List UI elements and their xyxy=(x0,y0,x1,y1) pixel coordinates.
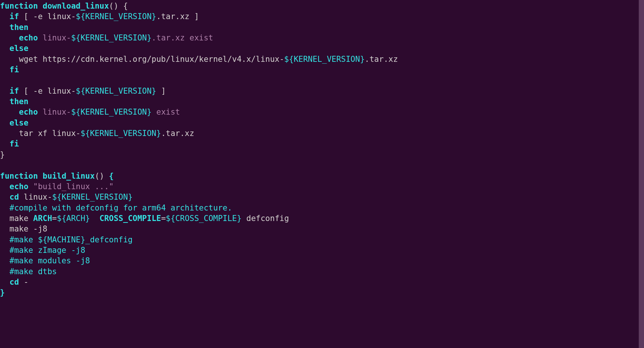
code-line[interactable]: #make dtbs xyxy=(0,266,644,277)
code-line[interactable]: fi xyxy=(0,64,644,75)
code-line[interactable]: } xyxy=(0,287,644,298)
code-token: else xyxy=(9,118,28,127)
code-token: { xyxy=(109,172,114,181)
code-token xyxy=(0,193,9,202)
code-token: () xyxy=(95,172,109,181)
code-line[interactable]: echo linux-${KERNEL_VERSION} exist xyxy=(0,107,644,117)
code-line[interactable]: #make zImage -j8 xyxy=(0,245,644,255)
code-line[interactable]: #compile with defconfig for arm64 archit… xyxy=(0,203,644,213)
code-token: #make modules -j8 xyxy=(9,256,90,265)
code-token: then xyxy=(9,97,28,106)
code-token: .tar.xz xyxy=(161,129,194,138)
code-token xyxy=(0,139,9,148)
code-token xyxy=(0,23,9,32)
code-line[interactable]: } xyxy=(0,149,644,160)
code-token xyxy=(0,76,5,85)
code-token xyxy=(0,161,5,170)
code-line[interactable]: then xyxy=(0,96,644,107)
code-token: = xyxy=(52,214,57,223)
code-line[interactable]: if [ -e linux-${KERNEL_VERSION}.tar.xz ] xyxy=(0,11,644,22)
code-line[interactable]: cd linux-${KERNEL_VERSION} xyxy=(0,192,644,202)
code-token: } xyxy=(0,288,5,297)
code-token: ${KERNEL_VERSION} xyxy=(284,55,365,64)
code-line[interactable]: if [ -e linux-${KERNEL_VERSION} ] xyxy=(0,86,644,96)
code-token: cd xyxy=(9,278,19,287)
code-editor[interactable]: function download_linux() { if [ -e linu… xyxy=(0,0,644,298)
code-line[interactable]: #make ${MACHINE}_defconfig xyxy=(0,234,644,245)
code-line[interactable]: then xyxy=(0,22,644,33)
code-token xyxy=(0,118,9,127)
code-token xyxy=(38,1,43,10)
code-token: if xyxy=(9,87,19,96)
code-line[interactable]: else xyxy=(0,118,644,128)
code-token xyxy=(90,214,99,223)
code-token: make xyxy=(0,214,33,223)
code-token: ${KERNEL_VERSION} xyxy=(52,193,133,202)
code-line[interactable]: wget https://cdn.kernel.org/pub/linux/ke… xyxy=(0,54,644,64)
vertical-scrollbar[interactable] xyxy=(639,0,644,298)
code-line[interactable]: make ARCH=${ARCH} CROSS_COMPILE=${CROSS_… xyxy=(0,213,644,224)
code-token: () { xyxy=(109,1,128,10)
code-line[interactable]: cd - xyxy=(0,277,644,287)
code-token: tar xf linux- xyxy=(0,129,81,138)
code-token xyxy=(0,235,9,244)
code-token: #make zImage -j8 xyxy=(9,246,85,255)
code-token: ${KERNEL_VERSION} xyxy=(76,12,156,21)
code-token: build_linux xyxy=(43,172,95,181)
code-token: make -j8 xyxy=(0,224,47,233)
code-token: #make dtbs xyxy=(9,267,57,276)
code-token: then xyxy=(9,23,28,32)
code-token xyxy=(0,65,9,74)
code-line[interactable]: echo linux-${KERNEL_VERSION}.tar.xz exis… xyxy=(0,33,644,43)
code-token xyxy=(0,87,9,96)
code-line[interactable] xyxy=(0,75,644,85)
code-token xyxy=(0,182,9,191)
code-token: ARCH xyxy=(33,214,52,223)
code-token: echo xyxy=(19,33,38,42)
code-token: ${CROSS_COMPILE} xyxy=(166,214,242,223)
code-token: } xyxy=(0,150,5,159)
code-token xyxy=(0,256,9,265)
code-token: function xyxy=(0,172,38,181)
code-line[interactable]: function build_linux() { xyxy=(0,171,644,181)
code-token: #make ${MACHINE}_defconfig xyxy=(9,235,133,244)
code-token: function xyxy=(0,1,38,10)
code-token xyxy=(38,33,43,42)
code-line[interactable]: fi xyxy=(0,139,644,149)
code-token: fi xyxy=(9,139,19,148)
code-token: "build_linux ..." xyxy=(33,182,114,191)
code-token: wget https://cdn.kernel.org/pub/linux/ke… xyxy=(0,55,284,64)
code-token: #compile with defconfig for arm64 archit… xyxy=(9,203,232,212)
code-token: linux- xyxy=(19,193,52,202)
code-token: - xyxy=(19,278,28,287)
code-token xyxy=(0,278,9,287)
code-token xyxy=(0,203,9,212)
code-token xyxy=(0,97,9,106)
code-line[interactable]: function download_linux() { xyxy=(0,1,644,11)
code-token: .tar.xz xyxy=(365,55,398,64)
code-token: [ -e linux- xyxy=(19,12,76,21)
code-line[interactable]: make -j8 xyxy=(0,224,644,234)
code-token: echo xyxy=(19,108,38,116)
code-line[interactable]: echo "build_linux ..." xyxy=(0,181,644,192)
code-token: download_linux xyxy=(43,1,109,10)
code-token: = xyxy=(161,214,166,223)
code-token xyxy=(0,12,9,21)
code-token xyxy=(38,172,43,181)
code-token: ${ARCH} xyxy=(57,214,90,223)
code-line[interactable]: else xyxy=(0,43,644,54)
code-line[interactable]: tar xf linux-${KERNEL_VERSION}.tar.xz xyxy=(0,128,644,139)
code-token: .tar.xz ] xyxy=(156,12,199,21)
code-token: exist xyxy=(152,108,180,116)
code-token xyxy=(28,182,33,191)
code-token: else xyxy=(9,44,28,53)
code-token xyxy=(0,267,9,276)
code-line[interactable]: #make modules -j8 xyxy=(0,255,644,266)
code-token: .tar.xz exist xyxy=(152,33,213,42)
code-token xyxy=(0,246,9,255)
code-token: fi xyxy=(9,65,19,74)
code-token: ${KERNEL_VERSION} xyxy=(71,33,152,42)
code-token: cd xyxy=(9,193,19,202)
code-line[interactable] xyxy=(0,160,644,170)
code-token: if xyxy=(9,12,19,21)
